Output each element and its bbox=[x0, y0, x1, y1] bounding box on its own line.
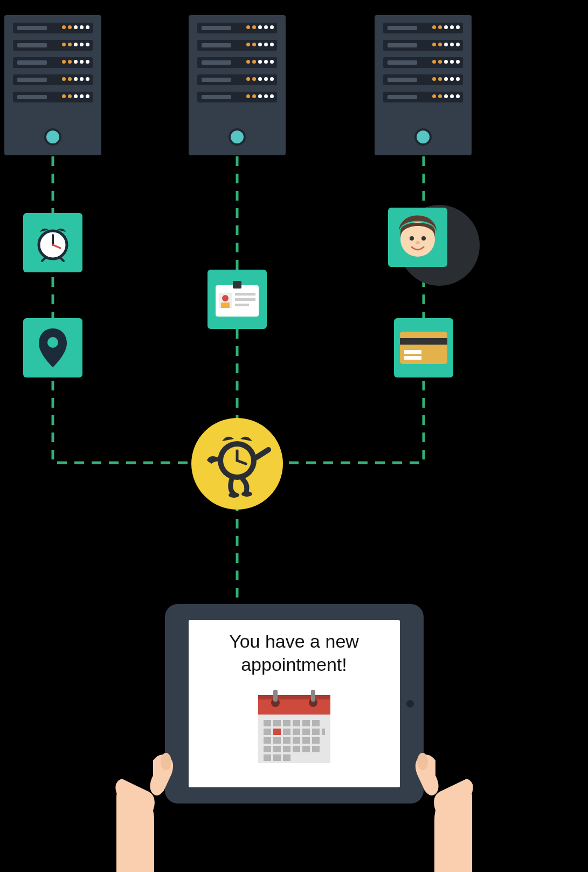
svg-rect-36 bbox=[264, 720, 271, 726]
svg-line-26 bbox=[257, 450, 268, 457]
svg-rect-49 bbox=[273, 737, 281, 744]
svg-rect-54 bbox=[264, 746, 271, 752]
svg-rect-35 bbox=[311, 690, 315, 702]
hub-clock bbox=[191, 418, 283, 510]
svg-rect-40 bbox=[302, 720, 310, 726]
svg-point-5 bbox=[47, 337, 58, 348]
tile-alarm-clock bbox=[23, 213, 82, 272]
svg-rect-42 bbox=[264, 729, 271, 735]
svg-rect-61 bbox=[273, 754, 281, 761]
tablet-wrap: You have a new appointment! bbox=[165, 604, 424, 804]
svg-rect-57 bbox=[293, 746, 300, 752]
svg-point-15 bbox=[410, 236, 414, 241]
svg-rect-13 bbox=[235, 304, 249, 306]
svg-rect-52 bbox=[302, 737, 310, 744]
svg-rect-60 bbox=[264, 754, 271, 761]
svg-rect-46 bbox=[312, 729, 320, 735]
svg-rect-21 bbox=[404, 356, 421, 360]
server-center bbox=[189, 15, 286, 155]
tile-location-pin bbox=[23, 318, 82, 377]
alarm-clock-icon bbox=[32, 222, 73, 263]
svg-rect-30 bbox=[258, 699, 330, 715]
svg-rect-19 bbox=[400, 338, 447, 345]
svg-rect-41 bbox=[312, 720, 320, 726]
svg-point-28 bbox=[241, 491, 252, 497]
tile-avatar bbox=[388, 208, 447, 267]
svg-rect-43 bbox=[283, 729, 290, 735]
svg-point-9 bbox=[222, 295, 229, 301]
svg-rect-39 bbox=[293, 720, 300, 726]
svg-rect-44 bbox=[293, 729, 300, 735]
svg-rect-11 bbox=[235, 293, 255, 296]
tile-id-card bbox=[207, 270, 267, 329]
svg-rect-31 bbox=[258, 695, 330, 699]
svg-rect-50 bbox=[283, 737, 290, 744]
svg-rect-53 bbox=[312, 737, 320, 744]
svg-rect-34 bbox=[273, 690, 278, 702]
svg-rect-59 bbox=[312, 746, 320, 752]
svg-rect-10 bbox=[221, 303, 230, 308]
credit-card-icon bbox=[400, 332, 447, 364]
hand-right bbox=[391, 723, 499, 872]
svg-rect-45 bbox=[302, 729, 310, 735]
tile-credit-card bbox=[394, 318, 453, 377]
appointment-message: You have a new appointment! bbox=[229, 630, 359, 676]
svg-rect-7 bbox=[233, 281, 241, 289]
avatar-icon bbox=[393, 211, 442, 263]
svg-rect-47 bbox=[322, 729, 325, 735]
svg-rect-62 bbox=[283, 754, 290, 761]
svg-rect-48 bbox=[264, 737, 271, 744]
server-right bbox=[375, 15, 472, 155]
svg-point-64 bbox=[161, 753, 171, 770]
tablet-screen: You have a new appointment! bbox=[189, 620, 400, 787]
location-pin-icon bbox=[37, 326, 69, 369]
calendar-icon bbox=[248, 682, 340, 774]
server-left bbox=[4, 15, 101, 155]
running-clock-icon bbox=[199, 426, 275, 502]
svg-point-27 bbox=[229, 492, 239, 498]
svg-point-16 bbox=[421, 236, 426, 241]
svg-rect-51 bbox=[293, 737, 300, 744]
svg-point-17 bbox=[416, 241, 420, 244]
svg-rect-12 bbox=[235, 298, 255, 301]
id-card-icon bbox=[215, 281, 260, 318]
svg-rect-56 bbox=[283, 746, 290, 752]
svg-rect-38 bbox=[283, 720, 290, 726]
svg-line-4 bbox=[60, 258, 64, 261]
svg-line-3 bbox=[42, 258, 45, 261]
svg-rect-55 bbox=[273, 746, 281, 752]
svg-rect-63 bbox=[273, 729, 281, 735]
svg-rect-58 bbox=[302, 746, 310, 752]
svg-rect-37 bbox=[273, 720, 281, 726]
hand-left bbox=[89, 723, 197, 872]
tablet: You have a new appointment! bbox=[165, 604, 424, 804]
svg-rect-20 bbox=[404, 350, 421, 354]
